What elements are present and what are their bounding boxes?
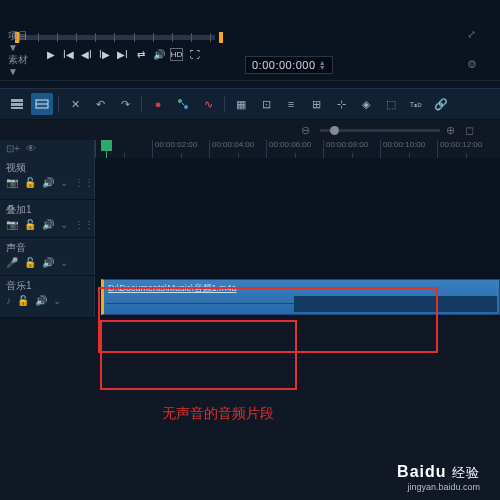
panel-divider[interactable] — [0, 80, 500, 88]
timecode-text: 0:00:00:000 — [252, 59, 316, 71]
ruler-tick: 00:00:02:00 — [152, 140, 209, 158]
collapse-icon[interactable]: ⌄ — [60, 257, 68, 268]
ripple-icon[interactable]: ⋮⋮ — [74, 177, 94, 188]
3d-title-icon[interactable]: T₃ᴅ — [405, 93, 427, 115]
audio-ducking-icon[interactable]: ∿ — [197, 93, 219, 115]
overlay-track-header: 叠加1 📷 🔓 🔊 ⌄ ⋮⋮ — [0, 200, 95, 237]
track-label: 叠加1 — [6, 203, 32, 217]
mic-icon[interactable]: 🎤 — [6, 257, 18, 268]
storyboard-view-icon[interactable] — [6, 93, 28, 115]
waveform — [106, 296, 497, 312]
link-icon[interactable]: 🔗 — [430, 93, 452, 115]
mixer-icon[interactable] — [172, 93, 194, 115]
mute-icon[interactable]: 🔊 — [42, 177, 54, 188]
ruler-tick: 00:00:04:00 — [209, 140, 266, 158]
watermark: Baidu 经验 jingyan.baidu.com — [397, 463, 480, 492]
music-track: 音乐1 ♪ 🔓 🔊 ⌄ D:\Documents\Music\音频1.m4a — [0, 276, 500, 318]
music-track-body[interactable]: D:\Documents\Music\音频1.m4a — [95, 276, 500, 317]
tools-icon[interactable]: ✕ — [64, 93, 86, 115]
video-track-body[interactable] — [95, 158, 500, 199]
overlay-track-body[interactable] — [95, 200, 500, 237]
zoom-slider[interactable] — [320, 129, 440, 132]
overlay-track: 叠加1 📷 🔓 🔊 ⌄ ⋮⋮ — [0, 200, 500, 238]
fit-timeline-icon[interactable]: ◻ — [465, 124, 478, 137]
svg-rect-2 — [11, 107, 23, 109]
track-icon[interactable]: ⊡ — [255, 93, 277, 115]
music-track-header: 音乐1 ♪ 🔓 🔊 ⌄ — [0, 276, 95, 317]
chapter-icon[interactable]: ≡ — [280, 93, 302, 115]
camera-icon[interactable]: 📷 — [6, 177, 18, 188]
add-track-icon[interactable]: ⊡+ — [6, 143, 20, 154]
preview-controls: 项目▼ 素材▼ ▶ I◀ ◀I I▶ ▶I ⇄ 🔊 HD ⛶ — [8, 30, 201, 78]
voice-track: 声音 🎤 🔓 🔊 ⌄ — [0, 238, 500, 276]
redo-icon[interactable]: ↷ — [114, 93, 136, 115]
last-frame-icon[interactable]: ▶I — [116, 48, 129, 61]
voice-track-body[interactable] — [95, 238, 500, 275]
clip-filename: D:\Documents\Music\音频1.m4a — [104, 280, 499, 297]
ruler-tick: 00:00:12:00 — [437, 140, 494, 158]
audio-clip[interactable]: D:\Documents\Music\音频1.m4a — [101, 279, 500, 315]
zoom-in-icon[interactable]: ⊕ — [446, 124, 459, 137]
fullscreen-icon[interactable]: ⛶ — [188, 48, 201, 61]
video-track-header: 视频 📷 🔓 🔊 ⌄ ⋮⋮ — [0, 158, 95, 199]
record-icon[interactable]: ● — [147, 93, 169, 115]
zoom-out-icon[interactable]: ⊖ — [301, 124, 314, 137]
expand-icon[interactable]: ⤢ — [467, 28, 482, 43]
volume-icon[interactable]: 🔊 — [152, 48, 165, 61]
first-frame-icon[interactable]: I◀ — [62, 48, 75, 61]
lock-icon[interactable]: 🔓 — [24, 257, 36, 268]
timeline-view-icon[interactable] — [31, 93, 53, 115]
ruler-tick: 00:00:10:00 — [380, 140, 437, 158]
lock-icon[interactable]: 🔓 — [17, 295, 29, 306]
timecode-stepper[interactable]: ▲▼ — [319, 60, 326, 70]
track-label: 音乐1 — [6, 279, 32, 293]
ripple-icon[interactable]: ⋮⋮ — [74, 219, 94, 230]
annotation-text: 无声音的音频片段 — [162, 405, 274, 423]
toggle-all-icon[interactable]: 👁 — [26, 143, 36, 154]
mute-icon[interactable]: 🔊 — [42, 219, 54, 230]
track-label: 声音 — [6, 241, 26, 255]
motion-icon[interactable]: ▦ — [230, 93, 252, 115]
prev-frame-icon[interactable]: ◀I — [80, 48, 93, 61]
ruler-tick: 00:00:08:00 — [323, 140, 380, 158]
collapse-icon[interactable]: ⌄ — [53, 295, 61, 306]
svg-point-5 — [178, 99, 182, 103]
time-ruler[interactable]: 00:00:02:00 00:00:04:00 00:00:06:00 00:0… — [95, 140, 500, 158]
svg-rect-1 — [11, 103, 23, 106]
grid-icon[interactable]: ⊞ — [305, 93, 327, 115]
preview-mode-labels[interactable]: 项目▼ 素材▼ — [8, 30, 36, 78]
guides-icon[interactable]: ⊹ — [330, 93, 352, 115]
settings-icon[interactable]: ⚙ — [467, 58, 482, 73]
undo-icon[interactable]: ↶ — [89, 93, 111, 115]
multicam-icon[interactable]: ⬚ — [380, 93, 402, 115]
mute-icon[interactable]: 🔊 — [35, 295, 47, 306]
timeline-ruler-row: ⊡+ 👁 00:00:02:00 00:00:04:00 00:00:06:00… — [0, 140, 500, 158]
video-track: 视频 📷 🔓 🔊 ⌄ ⋮⋮ — [0, 158, 500, 200]
lock-icon[interactable]: 🔓 — [24, 219, 36, 230]
collapse-icon[interactable]: ⌄ — [60, 177, 68, 188]
timeline-toolbar: ✕ ↶ ↷ ● ∿ ▦ ⊡ ≡ ⊞ ⊹ ◈ ⬚ T₃ᴅ 🔗 — [0, 88, 500, 120]
camera-icon[interactable]: 📷 — [6, 219, 18, 230]
lock-icon[interactable]: 🔓 — [24, 177, 36, 188]
annotation-highlight-box-inner — [100, 320, 297, 390]
timecode-display[interactable]: 0:00:00:000 ▲▼ — [245, 56, 333, 74]
music-note-icon[interactable]: ♪ — [6, 295, 11, 306]
timeline-tracks: 视频 📷 🔓 🔊 ⌄ ⋮⋮ 叠加1 📷 🔓 🔊 ⌄ ⋮⋮ 声 — [0, 158, 500, 318]
loop-icon[interactable]: ⇄ — [134, 48, 147, 61]
ruler-tick — [95, 140, 152, 158]
svg-rect-0 — [11, 99, 23, 102]
preview-panel: 项目▼ 素材▼ ▶ I◀ ◀I I▶ ▶I ⇄ 🔊 HD ⛶ 0:00:00:0… — [0, 0, 500, 80]
ruler-tick: 00:00:06:00 — [266, 140, 323, 158]
collapse-icon[interactable]: ⌄ — [60, 219, 68, 230]
svg-point-6 — [184, 105, 188, 109]
track-label: 视频 — [6, 161, 26, 175]
hd-icon[interactable]: HD — [170, 48, 183, 61]
next-frame-icon[interactable]: I▶ — [98, 48, 111, 61]
zoom-controls: ⊖ ⊕ ◻ — [0, 120, 500, 140]
voice-track-header: 声音 🎤 🔓 🔊 ⌄ — [0, 238, 95, 275]
play-icon[interactable]: ▶ — [44, 48, 57, 61]
pan-zoom-icon[interactable]: ◈ — [355, 93, 377, 115]
mute-icon[interactable]: 🔊 — [42, 257, 54, 268]
